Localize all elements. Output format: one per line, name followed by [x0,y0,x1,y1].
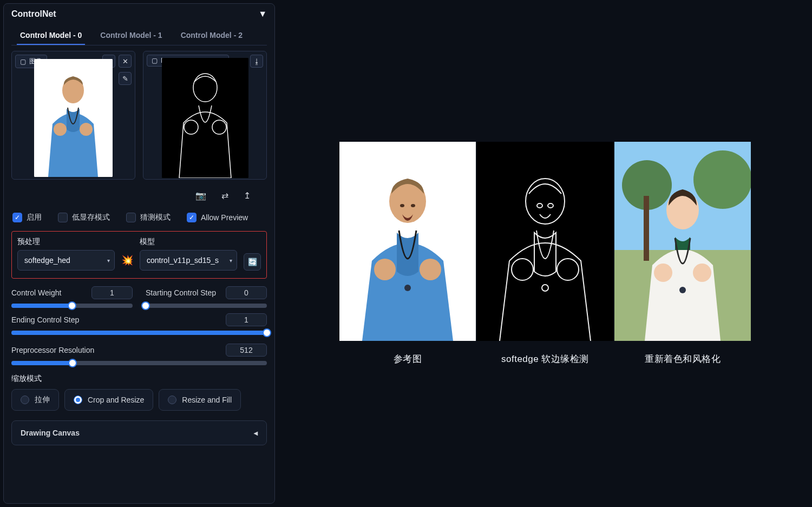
control-weight-slider[interactable] [11,304,133,308]
enable-label: 启用 [27,213,42,222]
svg-point-29 [693,264,711,282]
enable-checkbox[interactable]: ✓ 启用 [12,213,42,222]
radio-dot [21,396,29,404]
svg-point-11 [411,204,415,207]
image-icon: ▢ [152,57,158,64]
drawing-canvas-collapse[interactable]: Drawing Canvas ◂ [11,420,267,445]
guess-label: 猜测模式 [140,213,171,222]
check-icon: ✓ [187,213,197,222]
model-select[interactable]: control_v11p_sd15_s [140,250,237,271]
action-row: 📷 ⇄ ↥ [11,187,267,208]
collapse-icon[interactable]: ▼ [258,9,267,19]
lowvram-checkbox[interactable]: 低显存模式 [58,213,110,222]
model-field: 模型 control_v11p_sd15_s [140,237,237,271]
softedge-caption: softedge 软边缘检测 [501,353,589,365]
check-icon: ✓ [12,213,22,222]
webcam-icon[interactable]: 📷 [195,190,206,201]
starting-step-slider-block: Starting Control Step 0 [146,286,267,308]
stylized-image [614,142,751,341]
reference-caption: 参考图 [394,353,422,365]
tab-model-2[interactable]: Control Model - 2 [178,27,246,45]
resize-stretch-label: 拉伸 [35,395,50,405]
radio-dot [168,396,176,404]
refresh-model-button[interactable]: 🔄 [244,253,261,271]
reference-image [339,142,476,341]
svg-point-28 [654,264,672,282]
preview-image-thumb [162,58,248,178]
gallery: 参考图 [278,0,812,507]
starting-step-value[interactable]: 0 [226,286,267,299]
ending-step-label: Ending Control Step [11,315,79,324]
download-icon[interactable]: ⭳ [250,55,263,68]
controlnet-panel: ControlNet ▼ Control Model - 0 Control M… [3,3,275,504]
preprocessor-resolution-slider[interactable] [11,361,267,365]
svg-point-12 [374,259,396,280]
checkbox-row: ✓ 启用 低显存模式 猜测模式 ✓ Allow Preview [11,208,267,231]
panel-header: ControlNet ▼ [11,9,267,19]
panel-title: ControlNet [11,9,56,19]
image-icon: ▢ [20,58,26,65]
resize-fill-label: Resize and Fill [182,396,232,404]
svg-point-2 [54,123,67,136]
guess-checkbox[interactable]: 猜测模式 [126,213,171,222]
chevron-left-icon: ◂ [254,429,258,437]
gallery-card-reference: 参考图 [339,142,476,365]
tab-model-1[interactable]: Control Model - 1 [97,27,165,45]
close-icon[interactable]: ✕ [119,55,132,68]
swap-icon[interactable]: ⇄ [221,190,228,201]
svg-point-10 [400,204,404,207]
svg-point-25 [693,150,751,209]
preprocessor-select[interactable]: softedge_hed [17,250,115,271]
check-icon [126,213,136,222]
control-weight-label: Control Weight [11,288,61,297]
tab-model-0[interactable]: Control Model - 0 [17,27,85,45]
preprocessor-label: 预处理 [17,237,115,247]
resize-crop-radio[interactable]: Crop and Resize [64,389,153,411]
upload-icon[interactable]: ↥ [244,190,251,201]
resize-crop-label: Crop and Resize [88,396,144,404]
allow-preview-label: Allow Preview [201,213,248,222]
svg-point-30 [679,287,686,293]
ending-step-slider-block: Ending Control Step 1 [11,313,267,335]
svg-rect-15 [477,142,613,341]
ending-step-slider[interactable] [11,331,267,335]
resize-fill-radio[interactable]: Resize and Fill [159,389,241,411]
slider-knob[interactable] [68,301,76,310]
gallery-card-softedge: softedge 软边缘检测 [477,142,613,365]
control-weight-slider-block: Control Weight 1 [11,286,133,308]
model-label: 模型 [140,237,237,247]
gallery-card-stylized: 重新着色和风格化 [614,142,751,365]
control-weight-value[interactable]: 1 [91,286,133,299]
svg-rect-26 [644,196,649,261]
preprocessor-resolution-value[interactable]: 512 [226,344,267,357]
resize-mode-radio-group: 拉伸 Crop and Resize Resize and Fill [11,389,267,411]
starting-step-slider[interactable] [146,304,267,308]
slider-knob[interactable] [68,359,77,367]
allow-preview-checkbox[interactable]: ✓ Allow Preview [187,213,248,222]
svg-point-14 [404,285,411,291]
slider-knob[interactable] [141,301,150,310]
drawing-canvas-label: Drawing Canvas [21,429,80,437]
slider-knob[interactable] [263,328,271,337]
source-image-card[interactable]: ▢ 图像 ↺ ✕ ✎ [11,51,135,180]
preprocessor-resolution-label: Preprocessor Resolution [11,346,94,354]
source-image-thumb [34,59,113,177]
stylized-caption: 重新着色和风格化 [645,353,721,365]
svg-point-3 [80,123,93,136]
ending-step-value[interactable]: 1 [226,313,267,326]
softedge-image [477,142,613,341]
refresh-icon: 🔄 [248,258,257,266]
preprocessor-field: 预处理 softedge_hed [17,237,115,271]
preprocessor-preview-card[interactable]: ▢ Preprocessor Preview ⭳ [143,51,267,180]
starting-step-label: Starting Control Step [146,288,216,297]
svg-point-13 [420,259,441,280]
preprocessor-resolution-slider-block: Preprocessor Resolution 512 [11,344,267,365]
radio-dot [74,396,82,404]
resize-mode-label: 缩放模式 [11,374,267,384]
model-tabs: Control Model - 0 Control Model - 1 Cont… [11,24,267,45]
resize-stretch-radio[interactable]: 拉伸 [11,389,59,411]
preprocessor-model-group: 预处理 softedge_hed 💥 模型 control_v11p_sd15_… [11,231,267,279]
edit-icon[interactable]: ✎ [119,72,132,85]
lowvram-label: 低显存模式 [72,213,110,222]
explosion-icon[interactable]: 💥 [121,254,133,271]
